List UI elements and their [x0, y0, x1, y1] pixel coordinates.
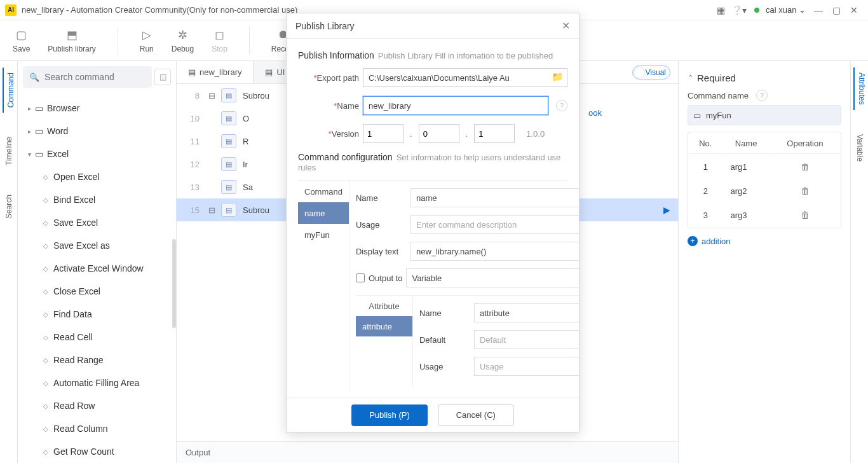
rail-variable[interactable]: Variable — [855, 129, 864, 167]
delete-icon[interactable]: 🗑 — [801, 210, 810, 220]
tree-excel-child[interactable]: ◇Get Row Count — [24, 440, 176, 463]
diamond-icon: ◇ — [43, 197, 48, 204]
col-operation: Operation — [771, 134, 839, 154]
file-icon: ▤ — [265, 67, 273, 77]
rail-timeline[interactable]: Timeline — [4, 132, 13, 170]
minimize-button[interactable]: — — [810, 1, 827, 19]
run-button[interactable]: ▷Run — [140, 28, 154, 53]
attr-name-label: Name — [419, 308, 470, 318]
attr-default-label: Default — [419, 335, 470, 345]
command-list: Command name myFun — [298, 181, 349, 391]
tree-word[interactable]: ▸▭Word — [24, 120, 176, 142]
attr-usage-input[interactable] — [474, 357, 579, 376]
cmd-usage-input[interactable] — [410, 215, 579, 234]
save-button[interactable]: ▢Save — [13, 28, 30, 53]
debug-button[interactable]: ✲Debug — [172, 28, 194, 53]
command-tree: ▸▭Browser ▸▭Word ▾▭Excel ◇Open Excel◇Bin… — [18, 93, 176, 463]
required-heading: Required — [697, 73, 736, 83]
plus-icon: + — [688, 236, 698, 246]
add-arg-button[interactable]: +addition — [688, 236, 841, 246]
delete-icon[interactable]: 🗑 — [801, 162, 810, 172]
grid-icon[interactable]: ▦ — [712, 1, 730, 19]
cancel-button[interactable]: Cancel (C) — [438, 404, 514, 426]
rail-command[interactable]: Command — [3, 67, 15, 113]
play-icon[interactable]: ▶ — [663, 205, 670, 215]
cmd-name-label: Name — [356, 193, 407, 203]
output-panel-header[interactable]: Output — [177, 441, 678, 463]
help-icon[interactable]: ? — [556, 100, 567, 111]
dialog-close-button[interactable]: ✕ — [562, 20, 570, 32]
version-patch-input[interactable] — [474, 124, 515, 143]
publish-info-hint: Publish Library Fill in infomation to be… — [378, 51, 553, 60]
cmd-name-input[interactable] — [410, 188, 579, 207]
tree-excel-child[interactable]: ◇Read Cell — [24, 326, 176, 349]
left-rail: Command Timeline Search — [0, 61, 18, 463]
diamond-icon: ◇ — [43, 219, 48, 226]
publish-library-button[interactable]: ⬒Publish library — [48, 28, 95, 53]
search-input[interactable] — [44, 72, 146, 82]
tree-excel-child[interactable]: ◇Read Row — [24, 394, 176, 417]
tree-scrollbar[interactable] — [172, 239, 176, 328]
version-major-input[interactable] — [363, 124, 403, 143]
attr-name-input[interactable] — [474, 303, 579, 322]
publish-button[interactable]: Publish (P) — [351, 404, 428, 426]
tree-excel-child[interactable]: ◇Find Data — [24, 303, 176, 326]
attribute-item[interactable]: attribute — [356, 316, 412, 336]
cmd-display-input[interactable] — [410, 242, 579, 261]
collapse-icon[interactable]: ⌃ — [688, 74, 693, 82]
tree-excel-child[interactable]: ◇Activate Excel Window — [24, 257, 176, 280]
help-icon[interactable]: ❔▾ — [730, 1, 748, 19]
diamond-icon: ◇ — [43, 242, 48, 249]
name-input[interactable] — [363, 96, 548, 115]
command-item-myfun[interactable]: myFun — [298, 224, 349, 245]
search-input-wrap[interactable]: 🔍 — [23, 66, 152, 88]
version-minor-input[interactable] — [419, 124, 459, 143]
tree-excel-child[interactable]: ◇Read Range — [24, 349, 176, 371]
help-icon[interactable]: ? — [756, 90, 768, 101]
tab-new-library[interactable]: ▤new_library — [177, 61, 254, 83]
version-full: 1.0.0 — [526, 129, 545, 139]
tree-excel-child[interactable]: ◇Save Excel as — [24, 234, 176, 257]
folder-icon[interactable]: 📁 — [552, 71, 564, 83]
block-icon: ▤ — [221, 111, 236, 125]
export-path-label: Export path — [317, 73, 360, 83]
command-name-field[interactable]: ▭myFun — [688, 105, 841, 125]
command-name-label: Command name — [688, 91, 749, 100]
attr-default-input[interactable] — [474, 330, 579, 349]
tree-excel-child[interactable]: ◇Close Excel — [24, 280, 176, 303]
diamond-icon: ◇ — [43, 311, 48, 318]
visual-toggle[interactable]: Visual — [632, 61, 678, 83]
play-icon: ▷ — [140, 28, 154, 42]
diamond-icon: ◇ — [43, 288, 48, 295]
attribute-list-header: Attribute — [356, 296, 412, 316]
tree-browser[interactable]: ▸▭Browser — [24, 97, 176, 120]
tree-excel-child[interactable]: ◇Bind Excel — [24, 188, 176, 211]
stop-button[interactable]: ◻Stop — [212, 28, 227, 53]
tree-excel-child[interactable]: ◇Read Column — [24, 417, 176, 440]
file-icon: ▤ — [188, 67, 196, 77]
export-path-input[interactable] — [363, 68, 567, 87]
cmd-config-heading: Command configuration — [298, 152, 393, 162]
diamond-icon: ◇ — [43, 334, 48, 341]
rail-search[interactable]: Search — [4, 190, 13, 224]
panel-toggle-button[interactable]: ◫ — [154, 69, 171, 85]
col-no: No. — [689, 134, 722, 154]
attr-usage-label: Usage — [419, 362, 470, 371]
stop-icon: ◻ — [212, 28, 226, 42]
tree-excel[interactable]: ▾▭Excel — [24, 142, 176, 165]
output-to-input[interactable] — [406, 268, 579, 287]
tree-excel-child[interactable]: ◇Save Excel — [24, 211, 176, 234]
rail-attributes[interactable]: Attributes — [853, 67, 866, 110]
name-label: Name — [337, 101, 359, 111]
command-item-name[interactable]: name — [298, 202, 349, 224]
tree-excel-child[interactable]: ◇Automatic Filling Area — [24, 371, 176, 394]
diamond-icon: ◇ — [43, 380, 48, 387]
close-button[interactable]: ✕ — [845, 1, 863, 19]
maximize-button[interactable]: ▢ — [827, 1, 845, 19]
col-name: Name — [723, 134, 770, 154]
tree-excel-child[interactable]: ◇Open Excel — [24, 165, 176, 188]
delete-icon[interactable]: 🗑 — [801, 186, 810, 196]
diamond-icon: ◇ — [43, 265, 48, 272]
user-menu[interactable]: cai xuan ⌄ — [766, 5, 806, 15]
output-to-checkbox[interactable]: Output to — [356, 273, 402, 283]
